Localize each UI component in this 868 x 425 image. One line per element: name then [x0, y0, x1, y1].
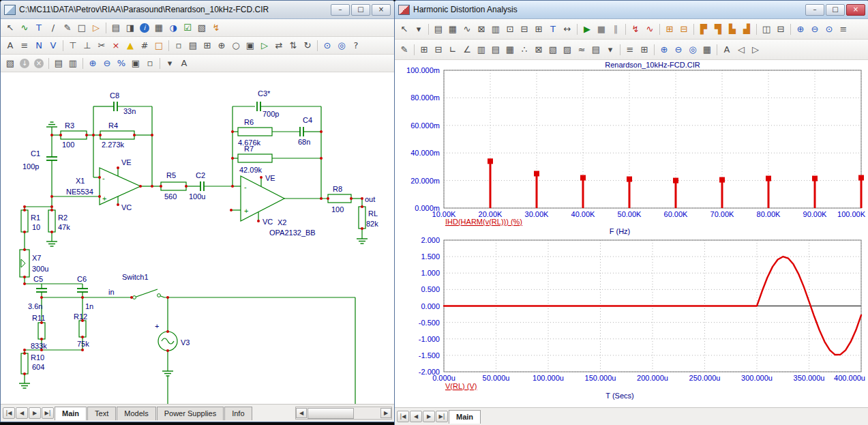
- line-tool-icon[interactable]: /: [46, 21, 60, 35]
- select-tool-icon[interactable]: ↖: [398, 23, 411, 36]
- tokens-icon[interactable]: ⊠: [532, 43, 545, 57]
- add-pane-icon[interactable]: ⊞: [532, 23, 545, 36]
- region-select-icon[interactable]: ▫: [143, 57, 157, 70]
- pin-connections-icon[interactable]: ⊤: [66, 39, 80, 53]
- restore-button[interactable]: □: [826, 4, 845, 16]
- colors-icon[interactable]: ◑: [166, 21, 180, 35]
- ruler-top-right-icon[interactable]: ▜: [711, 23, 725, 36]
- checklist-icon[interactable]: ☑: [181, 21, 194, 35]
- probe-ac-icon[interactable]: ∿: [643, 23, 657, 36]
- layer-front-icon[interactable]: ▤: [52, 57, 65, 70]
- grid-x-icon[interactable]: ▥: [475, 43, 488, 57]
- stop-button-icon[interactable]: ■: [595, 23, 608, 36]
- tab-nav-button[interactable]: |◀: [3, 407, 15, 419]
- find-next-icon[interactable]: ◎: [335, 39, 348, 53]
- tag-icon[interactable]: ⊡: [503, 23, 517, 36]
- tab-nav-button[interactable]: |◀: [397, 411, 409, 422]
- mode-dropdown-icon[interactable]: ▾: [163, 57, 177, 70]
- wire-mode-icon[interactable]: ∿: [18, 21, 31, 35]
- diode-icon[interactable]: ▷: [258, 39, 271, 53]
- analysis-window-titlebar[interactable]: Harmonic Distortion Analysis – □ ×: [395, 1, 868, 19]
- rotate-icon[interactable]: ↻: [301, 39, 314, 53]
- power-icon[interactable]: ↯: [209, 21, 223, 35]
- component-tool-icon[interactable]: □: [75, 21, 89, 35]
- zoom-out-icon[interactable]: ⊖: [100, 57, 114, 70]
- add-scale-icon[interactable]: ⊞: [663, 23, 676, 36]
- info-icon[interactable]: i: [140, 23, 149, 33]
- minimize-button[interactable]: –: [331, 4, 350, 16]
- text-attr-icon[interactable]: A: [720, 43, 734, 57]
- zoom-out-icon[interactable]: ⊖: [808, 23, 822, 36]
- ruler-icon[interactable]: ▧: [546, 43, 560, 57]
- tab-nav-button[interactable]: ▶: [29, 407, 41, 419]
- camera-icon[interactable]: ▣: [129, 57, 143, 70]
- box-tool-icon[interactable]: ▣: [243, 39, 257, 53]
- grid-toggle-icon[interactable]: #: [138, 39, 151, 53]
- align-icon[interactable]: ≡: [18, 39, 31, 53]
- run-button-icon[interactable]: ▶: [580, 23, 594, 36]
- clipboard-icon[interactable]: ▤: [109, 21, 123, 35]
- tab-nav-button[interactable]: ▶: [423, 411, 435, 422]
- tab-nav-button[interactable]: ▶|: [42, 407, 54, 419]
- schematic-window-titlebar[interactable]: C:\MC11\DATA\Petrov\RIAA\Parasound\Renar…: [1, 1, 394, 19]
- mirror-icon[interactable]: ⇄: [272, 39, 286, 53]
- grid-menu-icon[interactable]: ▦: [700, 43, 714, 57]
- document-icon[interactable]: ▤: [186, 39, 200, 53]
- node-voltages-icon[interactable]: V: [46, 39, 60, 53]
- analysis-canvas[interactable]: 100.000m80.000m60.000m40.000m20.000m0.00…: [395, 60, 868, 407]
- flag-tool-icon[interactable]: ▷: [89, 21, 103, 35]
- pan-icon[interactable]: ↔: [560, 23, 574, 36]
- nav-down-icon[interactable]: ↓: [20, 59, 29, 68]
- waveform-icon[interactable]: ∿: [460, 23, 474, 36]
- select-tool-icon[interactable]: ↖: [3, 21, 17, 35]
- crosshair-icon[interactable]: ⊕: [215, 39, 228, 53]
- numeric-output-icon[interactable]: ≡: [623, 43, 637, 57]
- attach-icon[interactable]: ▧: [3, 57, 17, 70]
- border-icon[interactable]: □: [152, 39, 166, 53]
- remove-scale-icon[interactable]: ⊟: [677, 23, 691, 36]
- ruler-pane-icon[interactable]: ▥: [489, 23, 503, 36]
- close-button[interactable]: ×: [372, 4, 391, 16]
- tab-nav-button[interactable]: ▶|: [436, 411, 448, 422]
- tab-main[interactable]: Main: [449, 410, 481, 424]
- log-y-icon[interactable]: ∠: [460, 43, 474, 57]
- list-icon[interactable]: ≡: [837, 23, 850, 36]
- tab-nav-button[interactable]: ◀: [410, 411, 422, 422]
- paste-icon[interactable]: ◨: [123, 21, 137, 35]
- text-tool-icon[interactable]: T: [32, 21, 46, 35]
- tab-models[interactable]: Models: [117, 407, 155, 420]
- tab-power-supplies[interactable]: Power Supplies: [157, 407, 224, 420]
- help-icon[interactable]: ?: [349, 39, 363, 53]
- schematic-canvas[interactable]: C833nR3100R42.273kC1100pX1NE5534VEVC-+R5…: [1, 72, 394, 404]
- remove-pane-icon[interactable]: ⊟: [518, 23, 531, 36]
- flip-icon[interactable]: ⇅: [286, 39, 300, 53]
- grid-y-icon[interactable]: ▤: [489, 43, 503, 57]
- ruler-bottom-right-icon[interactable]: ▟: [740, 23, 753, 36]
- zoom-percent-icon[interactable]: %: [115, 57, 128, 70]
- split-vertical-icon[interactable]: ⊟: [774, 23, 788, 36]
- token-icon[interactable]: ⊠: [475, 23, 488, 36]
- text-tool-icon[interactable]: T: [546, 23, 560, 36]
- y-axis-icon[interactable]: ⊟: [432, 43, 445, 57]
- scrollbar-thumb[interactable]: [308, 408, 354, 419]
- node-numbers-icon[interactable]: N: [32, 39, 46, 53]
- properties-icon[interactable]: ✎: [398, 43, 411, 57]
- stack-icon[interactable]: ≈: [575, 43, 588, 57]
- zoom-area-icon[interactable]: ⊙: [822, 23, 836, 36]
- pause-button-icon[interactable]: ‖: [609, 23, 623, 36]
- ruler-top-left-icon[interactable]: ▛: [697, 23, 710, 36]
- pin-names-icon[interactable]: ⊥: [80, 39, 94, 53]
- close-circle-icon[interactable]: ×: [34, 59, 44, 68]
- zoom-select-icon[interactable]: ◎: [686, 43, 700, 57]
- cut-wire-icon[interactable]: ✂: [95, 39, 108, 53]
- minor-grid-icon[interactable]: ▦: [503, 43, 517, 57]
- restore-button[interactable]: □: [351, 4, 370, 16]
- zoom-out2-icon[interactable]: ⊖: [672, 43, 685, 57]
- baseline-icon[interactable]: ▨: [560, 43, 574, 57]
- zoom-in-icon[interactable]: ⊕: [794, 23, 807, 36]
- grid-pane-icon[interactable]: ▦: [446, 23, 460, 36]
- zoom-in-icon[interactable]: ⊕: [86, 57, 100, 70]
- probe-menu-icon[interactable]: ▾: [412, 23, 425, 36]
- find-icon[interactable]: ⊙: [320, 39, 334, 53]
- ruler-bottom-left-icon[interactable]: ▙: [725, 23, 739, 36]
